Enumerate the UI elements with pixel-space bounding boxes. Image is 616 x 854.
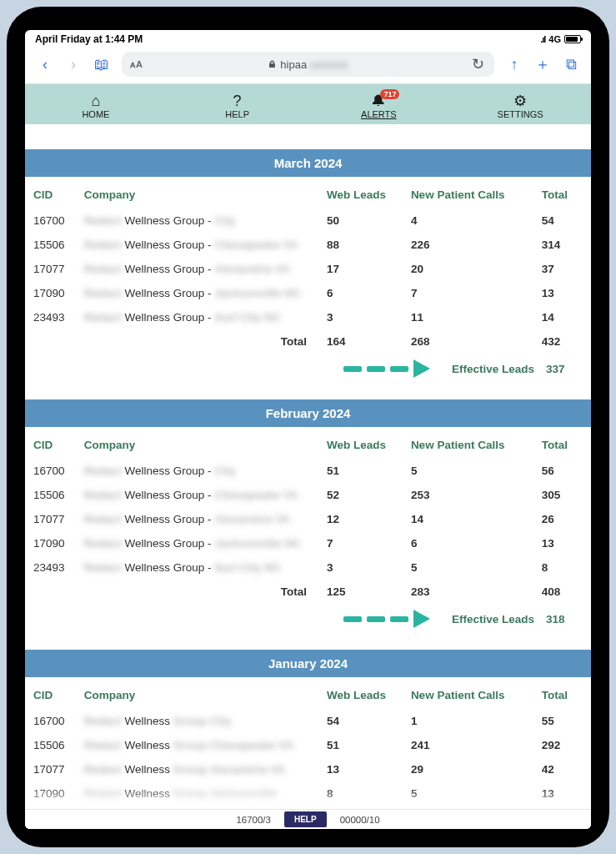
totals-npc: 283: [404, 580, 535, 605]
table-row[interactable]: 17077Redact Wellness Group - Alexandria …: [25, 508, 591, 532]
cell-company: Redact Wellness Group - Surf City NC: [78, 556, 320, 580]
leads-table: CIDCompanyWeb LeadsNew Patient CallsTota…: [25, 177, 591, 354]
cell-cid: 15506: [25, 484, 78, 508]
table-row[interactable]: 16700Redact Wellness Group - City51556: [25, 460, 591, 484]
cell-cid: 17090: [25, 532, 78, 556]
nav-home[interactable]: ⌂ HOME: [25, 93, 167, 119]
effective-leads-row: Effective Leads337: [25, 354, 591, 381]
status-time: April Friday at 1:44 PM: [35, 33, 143, 45]
cell-cid: 17077: [25, 508, 78, 532]
col-total: Total: [535, 427, 591, 460]
cell-web-leads: 3: [320, 556, 404, 580]
cell-web-leads: 6: [320, 282, 404, 306]
cell-npc: 253: [404, 484, 535, 508]
gear-icon: ⚙: [513, 93, 527, 109]
cell-npc: 5: [404, 556, 535, 580]
cell-total: 14: [535, 306, 591, 330]
table-row[interactable]: 17090Redact Wellness Group - Jacksonvill…: [25, 282, 591, 306]
cell-web-leads: 52: [320, 484, 404, 508]
browser-toolbar: ‹ › 📖︎ ᴀA 🔒︎ hipaaxxxxxxx ↻ ↑ ＋ ⧉: [25, 47, 591, 84]
col-cid: CID: [25, 677, 78, 710]
effective-value: 318: [546, 613, 581, 625]
leads-table: CIDCompanyWeb LeadsNew Patient CallsTota…: [25, 427, 591, 605]
col-new-patient-calls: New Patient Calls: [404, 427, 535, 460]
help-button[interactable]: HELP: [284, 811, 327, 827]
month-header: February 2024: [25, 399, 591, 427]
table-row[interactable]: 23493Redact Wellness Group - Surf City N…: [25, 306, 591, 330]
nav-help[interactable]: ? HELP: [167, 93, 308, 119]
tabs-icon[interactable]: ⧉: [563, 56, 579, 73]
table-row[interactable]: 15506Redact Wellness Group Chesapeake VA…: [25, 734, 591, 758]
table-row[interactable]: 23493Redact Wellness Group - Surf City N…: [25, 556, 591, 580]
cell-cid: 23493: [25, 556, 78, 580]
col-total: Total: [535, 177, 591, 209]
cell-npc: 20: [404, 258, 535, 282]
book-icon[interactable]: 📖︎: [93, 56, 110, 73]
url-text: hipaa: [280, 58, 307, 71]
signal-icon: [540, 34, 545, 44]
cell-web-leads: 88: [320, 234, 404, 258]
cell-company: Redact Wellness Group - Jacksonville NC: [78, 532, 320, 556]
totals-npc: 268: [404, 330, 535, 354]
table-row[interactable]: 16700Redact Wellness Group - City50454: [25, 209, 591, 234]
col-new-patient-calls: New Patient Calls: [404, 177, 535, 209]
arrow-icon: [343, 610, 430, 628]
col-web-leads: Web Leads: [320, 177, 404, 209]
battery-icon: [564, 35, 581, 43]
cell-npc: 29: [404, 758, 535, 782]
arrow-icon: [343, 359, 430, 378]
col-company: Company: [78, 677, 320, 710]
new-tab-icon[interactable]: ＋: [534, 54, 551, 74]
col-web-leads: Web Leads: [320, 677, 404, 710]
cell-cid: 15506: [25, 234, 78, 258]
cell-cid: 17077: [25, 758, 78, 782]
cell-cid: 16700: [25, 460, 78, 484]
cell-web-leads: 3: [320, 306, 404, 330]
address-bar[interactable]: ᴀA 🔒︎ hipaaxxxxxxx ↻: [122, 52, 494, 77]
totals-row: Total164268432: [25, 330, 591, 354]
cell-total: 8: [535, 556, 591, 580]
cell-cid: 16700: [25, 710, 78, 734]
nav-settings[interactable]: ⚙ SETTINGS: [449, 93, 591, 119]
totals-tot: 432: [535, 330, 591, 354]
effective-value: 337: [546, 363, 581, 375]
col-web-leads: Web Leads: [320, 427, 404, 460]
bottom-bar: 16700/3 HELP 00000/10: [25, 809, 591, 829]
table-row[interactable]: 16700Redact Wellness Group City54155: [25, 710, 591, 734]
cell-web-leads: 51: [320, 734, 404, 758]
table-row[interactable]: 17077Redact Wellness Group - Alexandria …: [25, 258, 591, 282]
cell-web-leads: 54: [320, 710, 404, 734]
cell-npc: 5: [404, 460, 535, 484]
cell-total: 56: [535, 460, 591, 484]
cell-cid: 23493: [25, 306, 78, 330]
cell-npc: 4: [404, 209, 535, 234]
col-company: Company: [78, 177, 320, 209]
cell-company: Redact Wellness Group Chesapeake VA: [78, 734, 320, 758]
lock-icon: 🔒︎: [268, 59, 277, 69]
cell-total: 314: [535, 234, 591, 258]
cell-cid: 15506: [25, 734, 78, 758]
cell-web-leads: 51: [320, 460, 404, 484]
totals-tot: 408: [535, 580, 591, 605]
cell-company: Redact Wellness Group - Chesapeake VA: [78, 484, 320, 508]
totals-label: Total: [78, 580, 320, 605]
totals-wl: 125: [320, 580, 404, 605]
table-row[interactable]: 17077Redact Wellness Group Alexandria VA…: [25, 758, 591, 782]
share-icon[interactable]: ↑: [506, 56, 523, 73]
effective-label: Effective Leads: [452, 363, 534, 375]
alerts-badge: 717: [380, 89, 399, 99]
cell-web-leads: 17: [320, 258, 404, 282]
cell-company: Redact Wellness Group - City: [78, 209, 320, 234]
totals-label: Total: [78, 330, 320, 354]
table-row[interactable]: 15506Redact Wellness Group - Chesapeake …: [25, 234, 591, 258]
cell-total: 292: [535, 734, 591, 758]
table-row[interactable]: 15506Redact Wellness Group - Chesapeake …: [25, 484, 591, 508]
back-icon[interactable]: ‹: [37, 56, 53, 73]
cell-total: 42: [535, 758, 591, 782]
cell-total: 305: [535, 484, 591, 508]
col-total: Total: [535, 677, 591, 710]
nav-alerts[interactable]: 🔔︎ 717 ALERTS: [308, 93, 450, 119]
cell-web-leads: 7: [320, 532, 404, 556]
table-row[interactable]: 17090Redact Wellness Group - Jacksonvill…: [25, 532, 591, 556]
report-content[interactable]: March 2024CIDCompanyWeb LeadsNew Patient…: [25, 124, 591, 829]
